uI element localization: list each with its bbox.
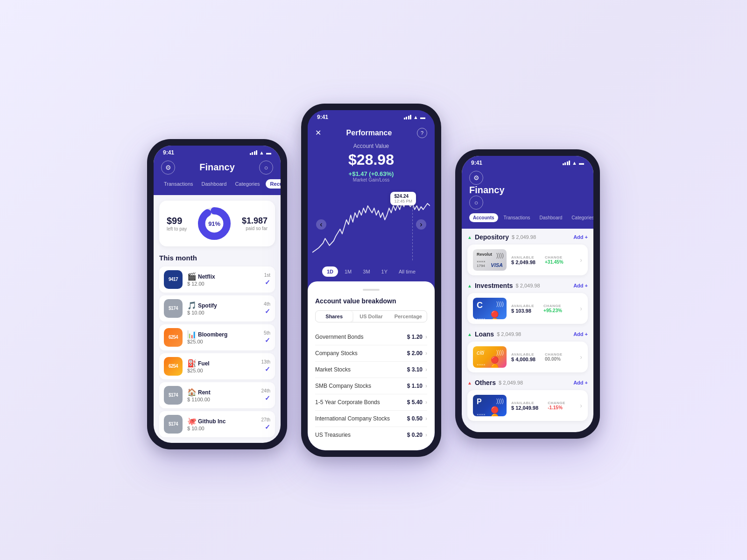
right-time: 9:41	[471, 160, 482, 166]
loans-add-button[interactable]: Add +	[573, 331, 588, 337]
table-row: $174 🐙 Github Inc $ 10.00 27th ✓	[159, 411, 275, 437]
rent-check: ✓	[265, 394, 270, 402]
paypal-change: -1.15%	[548, 405, 565, 410]
paypal-change-col: CHANGE -1.15%	[548, 401, 565, 411]
close-button[interactable]: ✕	[315, 128, 321, 137]
citi-card-visual: citi )))) ×××× 9471 🔴🟠	[473, 346, 507, 368]
rent-right: 24th ✓	[261, 388, 270, 402]
spotify-date: 4th	[264, 301, 270, 307]
chart-tooltip: $24.24 12:45 PM	[390, 192, 416, 205]
breakdown-tab-usd[interactable]: US Dollar	[352, 311, 389, 322]
tab-1d[interactable]: 1D	[322, 266, 338, 277]
chevron-right-icon: ›	[425, 350, 427, 357]
table-row: 9417 🎬 Netflix $ 12.00 1st ✓	[159, 266, 275, 293]
bloomberg-info: 📊 Bloomberg $25.00	[187, 330, 259, 344]
paypal-nfc-icon: ))))	[496, 398, 504, 404]
bloomberg-right: 5th ✓	[264, 330, 270, 344]
depository-add-button[interactable]: Add +	[573, 234, 588, 240]
center-battery-icon: ▬	[420, 114, 425, 120]
investments-section: ▲ Investments $ 2,049.98 Add + C ))))	[467, 282, 588, 324]
tab-transactions[interactable]: Transactions	[161, 179, 196, 189]
chart-prev-arrow[interactable]: ‹	[316, 219, 326, 230]
fuel-date: 13th	[261, 359, 270, 364]
rent-service: 🏠 Rent	[187, 388, 257, 397]
breakdown-tab-pct[interactable]: Percentage	[390, 311, 427, 322]
investments-triangle-icon: ▲	[467, 283, 472, 288]
paypal-chevron-icon[interactable]: ›	[580, 402, 582, 409]
github-name: Github Inc	[198, 418, 226, 425]
this-month-title: This month	[159, 254, 275, 262]
sheet-handle	[363, 289, 380, 291]
tab-3m[interactable]: 3M	[358, 266, 374, 277]
investments-add-button[interactable]: Add +	[573, 283, 588, 288]
others-section: ▲ Others $ 2,049.98 Add + P ))))	[467, 379, 588, 421]
citi-number: ×××× 9471	[477, 363, 491, 368]
chat-icon[interactable]: ○	[259, 161, 273, 175]
bloomberg-check: ✓	[265, 336, 270, 344]
citi-change: 00.00%	[545, 357, 563, 362]
item-name-2: Market Stocks	[315, 366, 351, 373]
spotify-service: 🎵 Spotify	[187, 301, 259, 310]
chevron-right-icon: ›	[425, 415, 427, 422]
center-status-icons: ▲ ▬	[404, 114, 425, 120]
list-item: Government Bonds $ 1.20 ›	[315, 329, 427, 345]
revolut-bank-name: Revolut	[477, 252, 492, 257]
visa-scheme-icon: VISA	[491, 262, 503, 268]
right-tab-accounts[interactable]: Accounts	[469, 213, 498, 222]
depository-card: Revolut )))) ×××× 1794 VISA AVA	[467, 245, 588, 275]
others-add-button[interactable]: Add +	[573, 380, 588, 385]
tab-recurring[interactable]: Recurring	[266, 179, 281, 189]
paypal-bank-name: P	[477, 398, 482, 406]
citi-chevron-icon[interactable]: ›	[580, 353, 582, 361]
list-item: 1-5 Year Corporate Bonds $ 5.40 ›	[315, 394, 427, 411]
citi-available: $ 4,000.98	[511, 357, 536, 362]
tab-dashboard[interactable]: Dashboard	[199, 179, 230, 189]
tab-1m[interactable]: 1M	[340, 266, 356, 277]
left-body: $99 left to pay 91% $1.987 paid so far	[154, 195, 281, 443]
chevron-right-icon: ›	[425, 432, 427, 438]
table-row: $174 🏠 Rent $ 1100.00 24th ✓	[159, 382, 275, 408]
citi-change-col: CHANGE 00.00%	[545, 352, 563, 362]
chevron-right-icon: ›	[425, 383, 427, 389]
revolut-chevron-icon[interactable]: ›	[580, 256, 582, 264]
paypal-available-col: AVAILABLE $ 12,049.98	[511, 401, 538, 411]
right-settings-icon[interactable]: ⚙	[469, 171, 483, 185]
breakdown-tab-shares[interactable]: Shares	[316, 311, 352, 322]
cobalt-bank-name: C	[477, 301, 483, 310]
chevron-right-icon: ›	[425, 334, 427, 340]
right-wifi-icon: ▲	[572, 160, 577, 166]
tab-alltime[interactable]: All time	[394, 266, 420, 277]
right-chat-icon[interactable]: ○	[469, 196, 483, 210]
item-amount-6: $ 0.20 ›	[407, 432, 427, 438]
tab-categories[interactable]: Categories	[232, 179, 262, 189]
item-name-1: Company Stocks	[315, 350, 358, 357]
tab-1y[interactable]: 1Y	[377, 266, 392, 277]
right-tab-dashboard[interactable]: Dashboard	[536, 213, 566, 222]
bloomberg-date: 5th	[264, 330, 270, 336]
right-tab-transactions[interactable]: Transactions	[500, 213, 534, 222]
left-to-pay-label: left to pay	[167, 226, 187, 231]
item-amount-4: $ 5.40 ›	[407, 399, 427, 406]
netflix-amount: $ 12.00	[187, 281, 260, 287]
center-wifi-icon: ▲	[413, 114, 418, 120]
citi-available-col: AVAILABLE $ 4,000.98	[511, 352, 536, 362]
item-amount-2: $ 3.10 ›	[407, 366, 427, 373]
depository-header: ▲ Depository $ 2,049.98 Add +	[467, 233, 588, 241]
chart-next-arrow[interactable]: ›	[416, 219, 426, 230]
signal-icon	[250, 150, 258, 155]
right-status-bar: 9:41 ▲ ▬	[462, 156, 593, 168]
cobalt-chevron-icon[interactable]: ›	[580, 305, 582, 312]
right-tab-categories[interactable]: Categories	[568, 213, 593, 222]
av-label: Account Value	[323, 143, 420, 149]
netflix-service: 🎬 Netflix	[187, 272, 260, 281]
others-total: $ 2,049.98	[499, 380, 523, 385]
av-amount: $28.98	[323, 151, 420, 168]
settings-icon[interactable]: ⚙	[161, 161, 175, 175]
table-row: 6254 ⛽ Fuel $25.00 13th ✓	[159, 353, 275, 379]
item-amount-5: $ 0.50 ›	[407, 415, 427, 422]
github-date: 27th	[261, 417, 270, 422]
right-app-title: Financy	[469, 185, 505, 195]
help-button[interactable]: ?	[417, 128, 427, 138]
account-value-section: Account Value $28.98 +$1.47 (+0.63%) Mar…	[315, 143, 427, 187]
netflix-icon: 9417	[164, 270, 183, 289]
